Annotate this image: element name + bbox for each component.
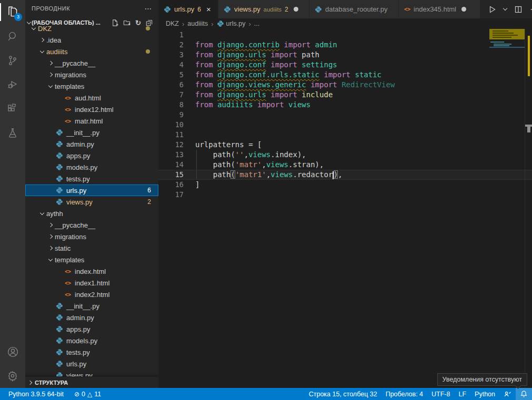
feedback-icon[interactable]	[499, 388, 516, 400]
code-line-3[interactable]: 3from django.urls import path	[158, 50, 532, 60]
dirty-dot[interactable]	[461, 7, 466, 12]
code-line-10[interactable]: 10	[158, 120, 532, 130]
eol[interactable]: LF	[454, 388, 470, 400]
tree-item-templates[interactable]: templates	[25, 254, 158, 265]
tree-item-migrations[interactable]: migrations	[25, 231, 158, 242]
html-file-icon: <>	[63, 292, 73, 298]
tab-urls-py[interactable]: urls.py6×	[158, 0, 218, 18]
tree-item-static[interactable]: static	[25, 242, 158, 254]
tree-item-apps-py[interactable]: apps.py	[25, 150, 158, 161]
code-line-15[interactable]: 15 path('matr1',views.redactor),	[158, 170, 532, 180]
code-line-5[interactable]: 5from django.conf.urls.static import sta…	[158, 70, 532, 80]
tree-item-aythh[interactable]: aythh	[25, 208, 158, 219]
tree-item-templates[interactable]: templates	[25, 80, 158, 92]
code-editor[interactable]: 12from django.contrib import admin3from …	[158, 29, 532, 388]
split-editor-icon[interactable]	[514, 5, 523, 14]
tree-item-views-py[interactable]: views.py2	[25, 196, 158, 208]
line-content: ]	[184, 180, 199, 190]
problems-badge: 6	[147, 187, 151, 194]
close-icon[interactable]: ×	[206, 5, 211, 13]
tree-item-label: aud.html	[75, 94, 101, 102]
tree-item-label: models.py	[66, 337, 97, 345]
tree-item-dkz[interactable]: DKZ	[25, 23, 158, 34]
tab-views-py[interactable]: views.pyaudiiits2	[218, 0, 309, 18]
tree-item--pycache-[interactable]: __pycache__	[25, 219, 158, 231]
tree-item-models-py[interactable]: models.py	[25, 335, 158, 346]
overview-ruler[interactable]	[525, 29, 532, 388]
python-interpreter[interactable]: Python 3.9.5 64-bit	[4, 388, 68, 400]
testing-icon[interactable]	[0, 121, 25, 145]
tree-item-apps-py[interactable]: apps.py	[25, 323, 158, 335]
tab-database-roouter-py[interactable]: database_roouter.py	[309, 0, 399, 18]
error-icon: ⊘	[74, 391, 79, 398]
tab-problems-badge: 2	[285, 6, 288, 13]
tree-item-index2-html[interactable]: <>index2.html	[25, 289, 158, 300]
search-icon[interactable]	[0, 24, 25, 48]
breadcrumb-item[interactable]: DKZ	[166, 20, 179, 27]
code-line-13[interactable]: 13 path('',views.index),	[158, 150, 532, 160]
tree-item-audiiits[interactable]: audiiits	[25, 46, 158, 57]
line-number: 11	[158, 130, 184, 140]
line-content	[184, 30, 195, 40]
tree-item-urls-py[interactable]: urls.py	[25, 358, 158, 370]
code-line-16[interactable]: 16]	[158, 180, 532, 190]
extensions-icon[interactable]	[0, 97, 25, 121]
account-icon[interactable]	[0, 340, 25, 364]
minimap[interactable]	[489, 29, 525, 388]
source-control-icon[interactable]	[0, 48, 25, 73]
code-line-4[interactable]: 4from django.conf import settings	[158, 60, 532, 70]
settings-icon[interactable]	[0, 364, 25, 388]
outline-section-header[interactable]: СТРУКТУРА	[25, 376, 158, 388]
tree-item-views-py[interactable]: views.py	[25, 370, 158, 376]
indentation[interactable]: Пробелов: 4	[382, 388, 427, 400]
code-line-14[interactable]: 14 path('matr',views.stran),	[158, 160, 532, 170]
code-line-9[interactable]: 9	[158, 110, 532, 120]
dirty-dot[interactable]	[294, 7, 298, 12]
code-line-12[interactable]: 12urlpatterns = [	[158, 140, 532, 150]
run-dropdown-icon[interactable]	[504, 8, 507, 10]
tree-item-admin-py[interactable]: admin.py	[25, 312, 158, 323]
tree-item-index-html[interactable]: <>index.html	[25, 265, 158, 277]
tree-item--pycache-[interactable]: __pycache__	[25, 57, 158, 69]
problems-status[interactable]: ⊘ 0 △ 11	[70, 388, 105, 400]
code-line-1[interactable]: 1	[158, 30, 532, 40]
tree-item-urls-py[interactable]: urls.py6	[25, 184, 158, 196]
tree-item--init-py[interactable]: __init__.py	[25, 127, 158, 138]
code-line-11[interactable]: 11	[158, 130, 532, 140]
chevron-down-icon	[38, 213, 46, 214]
encoding[interactable]: UTF-8	[427, 388, 454, 400]
explorer-icon[interactable]: 3	[0, 0, 25, 24]
cursor-position[interactable]: Строка 15, столбец 32	[305, 388, 382, 400]
code-line-8[interactable]: 8from audiiits import views	[158, 100, 532, 110]
tree-item-tests-py[interactable]: tests.py	[25, 346, 158, 358]
tree-item-migrations[interactable]: migrations	[25, 69, 158, 80]
tree-item-admin-py[interactable]: admin.py	[25, 138, 158, 150]
line-content: from django.urls import include	[184, 90, 333, 100]
notifications-bell-icon[interactable]	[516, 388, 532, 400]
language-mode[interactable]: Python	[470, 388, 499, 400]
tree-item-tests-py[interactable]: tests.py	[25, 173, 158, 184]
run-button[interactable]	[488, 5, 496, 14]
more-actions-icon[interactable]: ⋯	[530, 5, 532, 14]
code-line-2[interactable]: 2from django.contrib import admin	[158, 40, 532, 50]
tree-item-index1-html[interactable]: <>index1.html	[25, 277, 158, 289]
code-line-17[interactable]: 17	[158, 190, 532, 200]
breadcrumb-item[interactable]: urls.py	[217, 20, 246, 27]
tree-item--init-py[interactable]: __init__.py	[25, 300, 158, 312]
run-debug-icon[interactable]	[0, 73, 25, 97]
code-line-7[interactable]: 7from django.urls import include	[158, 90, 532, 100]
sidebar-title-row: ПРОВОДНИК ⋯	[25, 0, 158, 17]
tab-index345-html[interactable]: <>index345.html	[399, 0, 480, 18]
tree-item-models-py[interactable]: models.py	[25, 161, 158, 173]
breadcrumb-item[interactable]: ...	[254, 20, 259, 27]
code-line-6[interactable]: 6from django.views.generic import Redire…	[158, 80, 532, 90]
python-file-icon	[55, 372, 64, 376]
tree-item-matr-html[interactable]: <>matr.html	[25, 115, 158, 127]
breadcrumb-item[interactable]: audiiits	[187, 20, 208, 27]
tree-item-aud-html[interactable]: <>aud.html	[25, 92, 158, 104]
tab-label: index345.html	[414, 5, 456, 13]
sidebar-more-icon[interactable]: ⋯	[145, 4, 153, 13]
tree-item--idea[interactable]: .idea	[25, 34, 158, 46]
tree-item-index12-html[interactable]: <>index12.html	[25, 104, 158, 115]
tab-label: views.py	[234, 5, 260, 13]
